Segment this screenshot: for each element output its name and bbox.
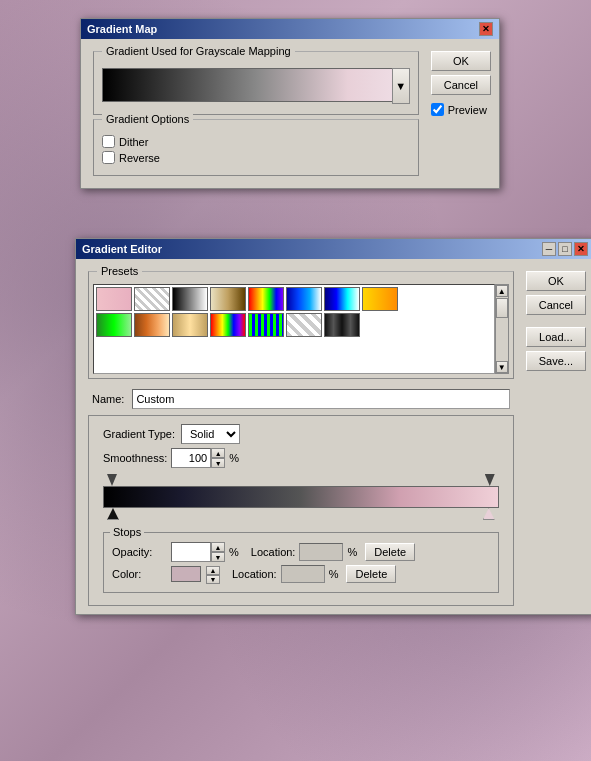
color-up-arrow[interactable]: ▲ xyxy=(206,566,220,575)
editor-ok-button[interactable]: OK xyxy=(526,271,586,291)
color-stop-left[interactable] xyxy=(107,508,119,520)
gradient-bar[interactable] xyxy=(103,486,499,508)
minimize-button[interactable]: ─ xyxy=(542,242,556,256)
scroll-down-arrow[interactable]: ▼ xyxy=(496,361,508,373)
smoothness-unit: % xyxy=(229,452,239,464)
reverse-checkbox-label[interactable]: Reverse xyxy=(102,151,410,164)
ok-button[interactable]: OK xyxy=(431,51,491,71)
opacity-location-label: Location: xyxy=(251,546,296,558)
preset-gold[interactable] xyxy=(362,287,398,311)
opacity-arrows: ▲ ▼ xyxy=(211,542,225,562)
presets-scrollbar[interactable]: ▲ ▼ xyxy=(495,284,509,374)
opacity-stop-left[interactable] xyxy=(107,474,117,486)
opacity-up-arrow[interactable]: ▲ xyxy=(211,542,225,552)
preset-black-white[interactable] xyxy=(172,287,208,311)
delete-color-button[interactable]: Delete xyxy=(346,565,396,583)
reverse-checkbox[interactable] xyxy=(102,151,115,164)
gradient-bar-section xyxy=(95,470,507,526)
presets-label: Presets xyxy=(97,265,142,277)
preset-green[interactable] xyxy=(96,313,132,337)
gradient-type-label: Gradient Type: xyxy=(103,428,175,440)
gradient-used-group: Gradient Used for Grayscale Mapping ▼ xyxy=(93,51,419,115)
name-label: Name: xyxy=(92,393,124,405)
gradient-used-label: Gradient Used for Grayscale Mapping xyxy=(102,45,295,57)
editor-cancel-button[interactable]: Cancel xyxy=(526,295,586,315)
presets-row-2 xyxy=(96,313,492,337)
preset-pink[interactable] xyxy=(96,287,132,311)
preset-blue-cyan[interactable] xyxy=(324,287,360,311)
opacity-spinner: ▲ ▼ xyxy=(171,542,225,562)
opacity-unit: % xyxy=(229,546,239,558)
preview-label: Preview xyxy=(448,104,487,116)
color-location-label: Location: xyxy=(232,568,277,580)
dither-checkbox[interactable] xyxy=(102,135,115,148)
smoothness-down-arrow[interactable]: ▼ xyxy=(211,458,225,468)
gradient-preview[interactable] xyxy=(102,68,410,102)
gradient-editor-title: Gradient Editor xyxy=(82,243,162,255)
gradient-map-title: Gradient Map xyxy=(87,23,157,35)
scroll-up-arrow[interactable]: ▲ xyxy=(496,285,508,297)
preview-checkbox[interactable] xyxy=(431,103,444,116)
color-arrows: ▲ ▼ xyxy=(206,566,220,582)
scroll-thumb[interactable] xyxy=(496,298,508,318)
gradient-preview-container: ▼ xyxy=(102,68,410,102)
opacity-label: Opacity: xyxy=(112,546,167,558)
smoothness-up-arrow[interactable]: ▲ xyxy=(211,448,225,458)
delete-opacity-button[interactable]: Delete xyxy=(365,543,415,561)
preset-transparent[interactable] xyxy=(134,287,170,311)
color-label: Color: xyxy=(112,568,167,580)
preset-metallic[interactable] xyxy=(172,313,208,337)
dither-label: Dither xyxy=(119,136,148,148)
gradient-options-label: Gradient Options xyxy=(102,113,193,125)
preset-blue-green[interactable] xyxy=(248,313,284,337)
color-row: Color: ▲ ▼ Location: % Delete xyxy=(112,565,490,583)
preset-copper[interactable] xyxy=(210,287,246,311)
opacity-location-input[interactable] xyxy=(299,543,343,561)
gradient-editor-titlebar: Gradient Editor ─ □ ✕ xyxy=(76,239,591,259)
preset-rainbow[interactable] xyxy=(210,313,246,337)
titlebar-buttons: ✕ xyxy=(479,22,493,36)
smoothness-arrows: ▲ ▼ xyxy=(211,448,225,468)
restore-button[interactable]: □ xyxy=(558,242,572,256)
name-row: Name: xyxy=(84,383,518,415)
save-button[interactable]: Save... xyxy=(526,351,586,371)
gradient-editor-dialog: Gradient Editor ─ □ ✕ Presets xyxy=(75,238,591,615)
cancel-button[interactable]: Cancel xyxy=(431,75,491,95)
preview-checkbox-label[interactable]: Preview xyxy=(431,103,491,116)
editor-titlebar-buttons: ─ □ ✕ xyxy=(542,242,588,256)
color-stop-right[interactable] xyxy=(483,508,495,520)
load-button[interactable]: Load... xyxy=(526,327,586,347)
smoothness-input[interactable] xyxy=(171,448,211,468)
editor-close-button[interactable]: ✕ xyxy=(574,242,588,256)
color-down-arrow[interactable]: ▼ xyxy=(206,575,220,584)
preset-dark[interactable] xyxy=(324,313,360,337)
opacity-location-unit: % xyxy=(347,546,357,558)
opacity-row: Opacity: ▲ ▼ % Location: % Delete xyxy=(112,542,490,562)
gradient-map-dialog: Gradient Map ✕ Gradient Used for Graysca… xyxy=(80,18,500,189)
color-location-unit: % xyxy=(329,568,339,580)
reverse-label: Reverse xyxy=(119,152,160,164)
opacity-down-arrow[interactable]: ▼ xyxy=(211,552,225,562)
preset-brown-tan[interactable] xyxy=(134,313,170,337)
color-stops-row xyxy=(107,508,495,524)
gradient-type-select[interactable]: Solid Noise xyxy=(181,424,240,444)
color-swatch[interactable] xyxy=(171,566,201,582)
opacity-stop-right[interactable] xyxy=(485,474,495,486)
gradient-dropdown-button[interactable]: ▼ xyxy=(392,68,410,104)
name-input[interactable] xyxy=(132,389,509,409)
preset-spectrum[interactable] xyxy=(248,287,284,311)
stops-group: Stops Opacity: ▲ ▼ % Location: xyxy=(103,532,499,593)
opacity-input[interactable] xyxy=(171,542,211,562)
gradient-options-group: Gradient Options Dither Reverse xyxy=(93,119,419,176)
dither-checkbox-label[interactable]: Dither xyxy=(102,135,410,148)
presets-group: Presets xyxy=(88,271,514,379)
preset-blue-white[interactable] xyxy=(286,287,322,311)
color-location-input[interactable] xyxy=(281,565,325,583)
close-button[interactable]: ✕ xyxy=(479,22,493,36)
smoothness-label: Smoothness: xyxy=(103,452,167,464)
gradient-map-titlebar: Gradient Map ✕ xyxy=(81,19,499,39)
presets-row-1 xyxy=(96,287,492,311)
preset-checker[interactable] xyxy=(286,313,322,337)
smoothness-spinner: ▲ ▼ xyxy=(171,448,225,468)
stops-label: Stops xyxy=(110,526,144,538)
